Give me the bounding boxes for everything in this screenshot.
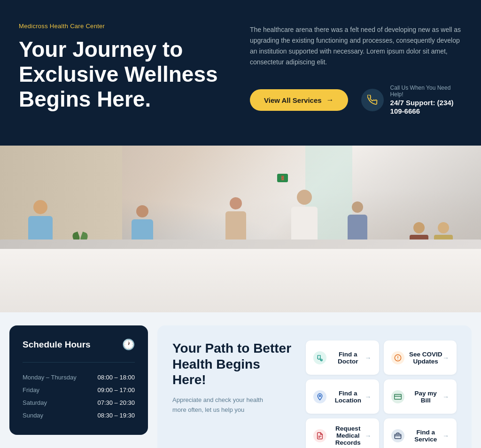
- hero-support: Call Us When You Need Help! 24/7 Support…: [361, 85, 462, 116]
- clock-icon: 🕐: [122, 339, 135, 351]
- view-all-services-button[interactable]: View All Services →: [250, 89, 348, 111]
- request-medical-button[interactable]: Request Medical Records →: [306, 418, 379, 448]
- svg-rect-9: [395, 434, 401, 438]
- action-arrow-icon: →: [442, 354, 449, 362]
- support-number: 24/7 Support: (234) 109-6666: [390, 99, 454, 115]
- health-path-card: Your Path to Better Health Begins Here! …: [157, 325, 472, 448]
- svg-rect-5: [394, 394, 401, 399]
- exit-sign: 🚪: [277, 174, 288, 182]
- action-arrow-icon: →: [365, 393, 372, 401]
- action-btn-left: Pay my Bill: [391, 390, 443, 404]
- hero-right: The healthcare arena there was a felt ne…: [250, 23, 462, 117]
- schedule-time: 08:30 – 19:30: [97, 412, 135, 419]
- bottom-section: Schedule Hours 🕐 Monday – Thursday 08:00…: [0, 312, 481, 448]
- reception-desk: [0, 247, 481, 312]
- action-arrow-icon: →: [365, 432, 372, 440]
- schedule-time: 08:00 – 18:00: [97, 374, 135, 381]
- support-text: Call Us When You Need Help! 24/7 Support…: [390, 85, 462, 116]
- find-doctor-button[interactable]: Find a Doctor →: [306, 340, 379, 375]
- see-covid-button[interactable]: See COVID Updates →: [384, 340, 457, 375]
- schedule-row: Sunday 08:30 – 19:30: [23, 409, 135, 422]
- hero-brand: Medicross Health Care Center: [19, 23, 231, 30]
- health-path-title: Your Path to Better Health Begins Here!: [172, 340, 295, 388]
- schedule-day: Friday: [23, 386, 39, 394]
- support-label: Call Us When You Need Help!: [390, 85, 462, 98]
- find-location-button[interactable]: Find a Location →: [306, 379, 379, 414]
- schedule-header: Schedule Hours 🕐: [23, 339, 135, 351]
- arrow-icon: →: [326, 96, 334, 104]
- schedule-time: 07:30 – 20:30: [97, 399, 135, 406]
- actions-grid: Find a Doctor → See COVID Updates → Find…: [306, 340, 457, 448]
- pay-bill-label: Pay my Bill: [409, 390, 443, 404]
- health-path-description: Appreciate and check your health more of…: [172, 395, 276, 415]
- hero-actions: View All Services → Call Us When You Nee…: [250, 85, 462, 116]
- action-btn-left: Request Medical Records: [313, 425, 365, 446]
- find-location-icon: [313, 390, 326, 403]
- action-btn-left: Find a Service: [391, 429, 443, 443]
- find-service-label: Find a Service: [409, 429, 443, 443]
- hero-section: Medicross Health Care Center Your Journe…: [0, 0, 481, 312]
- phone-icon-wrap: [361, 89, 384, 111]
- find-doctor-label: Find a Doctor: [331, 351, 365, 365]
- schedule-row: Saturday 07:30 – 20:30: [23, 396, 135, 409]
- view-all-services-label: View All Services: [264, 96, 322, 104]
- find-service-button[interactable]: Find a Service →: [384, 418, 457, 448]
- request-medical-icon: [313, 429, 326, 442]
- schedule-card: Schedule Hours 🕐 Monday – Thursday 08:00…: [9, 325, 148, 435]
- schedule-time: 09:00 – 17:00: [97, 386, 135, 394]
- request-medical-label: Request Medical Records: [331, 425, 365, 446]
- schedule-title: Schedule Hours: [23, 340, 91, 350]
- phone-icon: [367, 95, 378, 105]
- action-btn-left: See COVID Updates: [391, 351, 443, 365]
- action-arrow-icon: →: [442, 432, 449, 440]
- schedule-day: Monday – Thursday: [23, 374, 77, 381]
- hero-left: Medicross Health Care Center Your Journe…: [19, 23, 250, 117]
- find-service-icon: [391, 429, 404, 442]
- schedule-rows: Monday – Thursday 08:00 – 18:00 Friday 0…: [23, 371, 135, 422]
- find-doctor-icon: [313, 351, 326, 364]
- pay-bill-button[interactable]: Pay my Bill →: [384, 379, 457, 414]
- pay-bill-icon: [391, 390, 404, 403]
- hero-description: The healthcare arena there was a felt ne…: [250, 24, 462, 68]
- action-arrow-icon: →: [365, 354, 372, 362]
- schedule-day: Sunday: [23, 412, 43, 419]
- svg-point-4: [319, 395, 320, 396]
- see-covid-label: See COVID Updates: [409, 351, 443, 365]
- action-btn-left: Find a Doctor: [313, 351, 365, 365]
- action-arrow-icon: →: [442, 393, 449, 401]
- find-location-label: Find a Location: [331, 390, 365, 404]
- hero-title: Your Journey to Exclusive Wellness Begin…: [19, 37, 231, 112]
- schedule-row: Friday 09:00 – 17:00: [23, 384, 135, 396]
- hero-image: 🚪: [0, 146, 481, 312]
- see-covid-icon: [391, 351, 404, 364]
- schedule-row: Monday – Thursday 08:00 – 18:00: [23, 371, 135, 384]
- schedule-day: Saturday: [23, 399, 47, 406]
- action-btn-left: Find a Location: [313, 390, 365, 404]
